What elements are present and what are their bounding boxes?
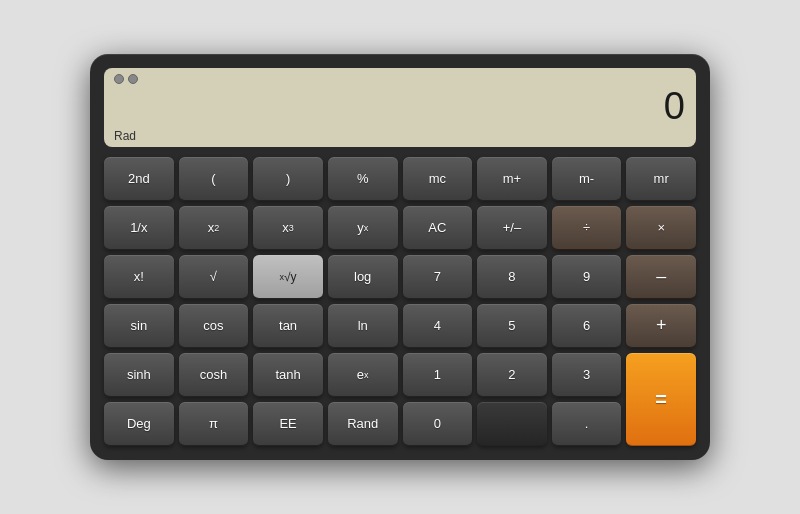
sin-button[interactable]: sin [104, 304, 174, 348]
factorial-button[interactable]: x! [104, 255, 174, 299]
tanh-button[interactable]: tanh [253, 353, 323, 397]
close-paren-button[interactable]: ) [253, 157, 323, 201]
buttons-grid: 2nd ( ) % mc m+ m- mr 1/x x2 x3 yx AC +/… [104, 157, 696, 446]
six-button[interactable]: 6 [552, 304, 622, 348]
memory-recall-button[interactable]: mr [626, 157, 696, 201]
three-button[interactable]: 3 [552, 353, 622, 397]
square-button[interactable]: x2 [179, 206, 249, 250]
divide-button[interactable]: ÷ [552, 206, 622, 250]
percent-button[interactable]: % [328, 157, 398, 201]
display-area: 0 Rad [104, 68, 696, 148]
negate-button[interactable]: +/– [477, 206, 547, 250]
one-button[interactable]: 1 [403, 353, 473, 397]
seven-button[interactable]: 7 [403, 255, 473, 299]
sinh-button[interactable]: sinh [104, 353, 174, 397]
power-button[interactable]: yx [328, 206, 398, 250]
dot-2 [128, 74, 138, 84]
tan-button[interactable]: tan [253, 304, 323, 348]
nine-button[interactable]: 9 [552, 255, 622, 299]
exp-button[interactable]: ex [328, 353, 398, 397]
five-button[interactable]: 5 [477, 304, 547, 348]
zero-button[interactable]: 0 [403, 402, 473, 446]
ln-button[interactable]: ln [328, 304, 398, 348]
sqrt-button[interactable]: √ [179, 255, 249, 299]
xrooty-button[interactable]: x√y [253, 255, 323, 299]
memory-minus-button[interactable]: m- [552, 157, 622, 201]
empty-button [477, 402, 547, 446]
deg-button[interactable]: Deg [104, 402, 174, 446]
display-mode: Rad [114, 129, 686, 143]
memory-plus-button[interactable]: m+ [477, 157, 547, 201]
cos-button[interactable]: cos [179, 304, 249, 348]
display-value: 0 [114, 86, 686, 128]
pi-button[interactable]: π [179, 402, 249, 446]
calculator: 0 Rad 2nd ( ) % mc m+ m- mr 1/x x2 x3 yx… [90, 54, 710, 461]
reciprocal-button[interactable]: 1/x [104, 206, 174, 250]
log-button[interactable]: log [328, 255, 398, 299]
ee-button[interactable]: EE [253, 402, 323, 446]
eight-button[interactable]: 8 [477, 255, 547, 299]
cube-button[interactable]: x3 [253, 206, 323, 250]
open-paren-button[interactable]: ( [179, 157, 249, 201]
all-clear-button[interactable]: AC [403, 206, 473, 250]
memory-clear-button[interactable]: mc [403, 157, 473, 201]
subtract-button[interactable]: – [626, 255, 696, 299]
decimal-button[interactable]: . [552, 402, 622, 446]
multiply-button[interactable]: × [626, 206, 696, 250]
dot-1 [114, 74, 124, 84]
display-controls [114, 74, 686, 84]
rand-button[interactable]: Rand [328, 402, 398, 446]
four-button[interactable]: 4 [403, 304, 473, 348]
add-button[interactable]: + [626, 304, 696, 348]
equals-button[interactable]: = [626, 353, 696, 446]
cosh-button[interactable]: cosh [179, 353, 249, 397]
two-button[interactable]: 2 [477, 353, 547, 397]
second-button[interactable]: 2nd [104, 157, 174, 201]
